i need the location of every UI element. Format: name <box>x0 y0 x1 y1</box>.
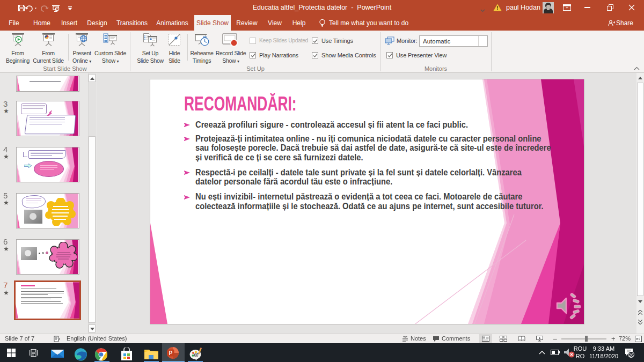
svg-text:26: 26 <box>628 352 634 358</box>
svg-text:P: P <box>169 350 172 356</box>
